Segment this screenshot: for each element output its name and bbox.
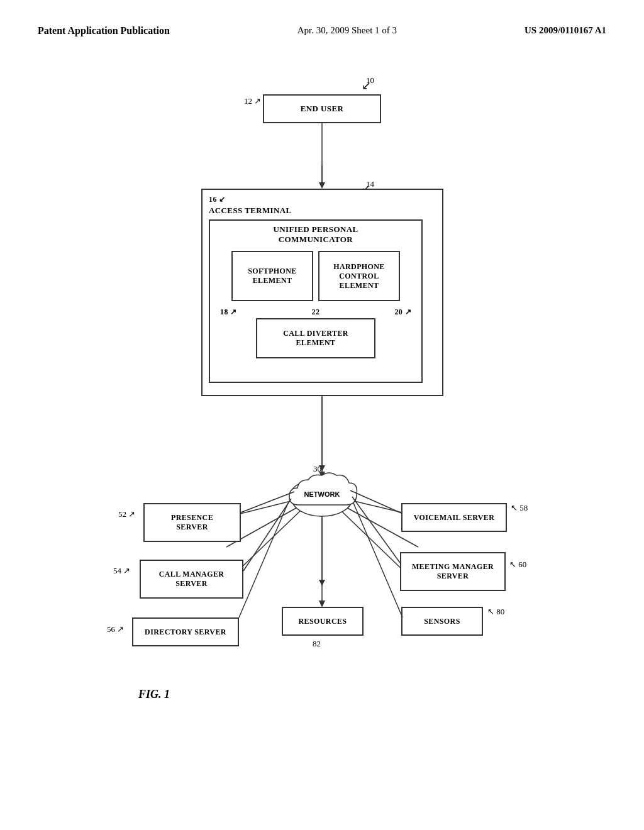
softphone-box: SOFTPHONEELEMENT xyxy=(231,251,313,301)
publication-label: Patent Application Publication xyxy=(38,25,170,36)
hardphone-box: HARDPHONECONTROLELEMENT xyxy=(318,251,400,301)
sub-elements-row: SOFTPHONEELEMENT HARDPHONECONTROLELEMENT xyxy=(231,251,400,301)
softphone-label: SOFTPHONEELEMENT xyxy=(248,267,297,285)
ref-12: 12 ↗ xyxy=(244,96,261,106)
ref-54: 54 ↗ xyxy=(113,566,130,576)
presence-server-label: PRESENCESERVER xyxy=(171,513,213,532)
meeting-manager-label: MEETING MANAGERSERVER xyxy=(412,562,494,581)
svg-line-29 xyxy=(353,503,402,617)
svg-text:NETWORK: NETWORK xyxy=(304,490,340,498)
svg-line-25 xyxy=(243,499,291,571)
network-cloud: NETWORK xyxy=(286,470,358,517)
resources-label: RESOURCES xyxy=(299,617,347,626)
ref-30: 30 xyxy=(313,464,321,474)
ref-58: ↖ 58 xyxy=(511,503,528,513)
ref-22: 22 xyxy=(312,307,320,317)
ref-10-arrow: ↙ xyxy=(362,79,371,92)
meeting-manager-box: MEETING MANAGERSERVER xyxy=(400,552,506,591)
ref-60: ↖ 60 xyxy=(509,560,526,570)
end-user-box: END USER xyxy=(263,94,381,123)
call-diverter-label: CALL DIVERTERELEMENT xyxy=(283,329,348,348)
hardphone-label: HARDPHONECONTROLELEMENT xyxy=(333,262,385,290)
main-connectors xyxy=(0,63,644,805)
page-header: Patent Application Publication Apr. 30, … xyxy=(0,0,644,36)
date-sheet-label: Apr. 30, 2009 Sheet 1 of 3 xyxy=(297,25,397,36)
call-manager-label: CALL MANAGERSERVER xyxy=(159,570,225,589)
directory-server-box: DIRECTORY SERVER xyxy=(132,617,239,646)
svg-marker-10 xyxy=(319,580,325,586)
ref-20: 20 ↗ xyxy=(394,307,411,317)
svg-marker-21 xyxy=(319,182,325,189)
ref-18: 18 ↗ xyxy=(220,307,237,317)
upc-label: UNIFIED PERSONALCOMMUNICATOR xyxy=(273,224,358,245)
svg-line-28 xyxy=(352,497,400,563)
svg-line-26 xyxy=(239,503,288,617)
directory-server-label: DIRECTORY SERVER xyxy=(145,628,226,637)
network-cloud-svg: NETWORK xyxy=(286,470,358,517)
sub-refs-row: 18 ↗ 22 20 ↗ xyxy=(214,307,418,317)
connector-lines xyxy=(0,63,644,805)
resources-box: RESOURCES xyxy=(282,607,364,636)
call-diverter-box: CALL DIVERTERELEMENT xyxy=(256,318,375,358)
sensors-box: SENSORS xyxy=(401,607,483,636)
upc-box: UNIFIED PERSONALCOMMUNICATOR SOFTPHONEEL… xyxy=(209,219,423,383)
ref-16-label: 16 ↙ xyxy=(209,195,226,204)
access-terminal-box: 16 ↙ ACCESS TERMINAL UNIFIED PERSONALCOM… xyxy=(201,189,443,396)
patent-number-label: US 2009/0110167 A1 xyxy=(525,25,606,36)
voicemail-server-box: VOICEMAIL SERVER xyxy=(401,503,507,532)
ref-52: 52 ↗ xyxy=(118,509,135,519)
access-terminal-label: ACCESS TERMINAL xyxy=(209,206,292,216)
figure-caption: FIG. 1 xyxy=(138,688,170,701)
voicemail-server-label: VOICEMAIL SERVER xyxy=(414,513,495,523)
presence-server-box: PRESENCESERVER xyxy=(143,503,241,542)
ref-56: 56 ↗ xyxy=(107,624,124,634)
ref-82: 82 xyxy=(313,639,321,649)
sensors-label: SENSORS xyxy=(424,617,460,626)
ref-80: ↖ 80 xyxy=(487,607,504,617)
patent-diagram: 10 ↙ END USER 12 ↗ 14 ↙ 16 ↙ ACCESS TERM… xyxy=(0,63,644,805)
call-manager-box: CALL MANAGERSERVER xyxy=(140,560,243,599)
